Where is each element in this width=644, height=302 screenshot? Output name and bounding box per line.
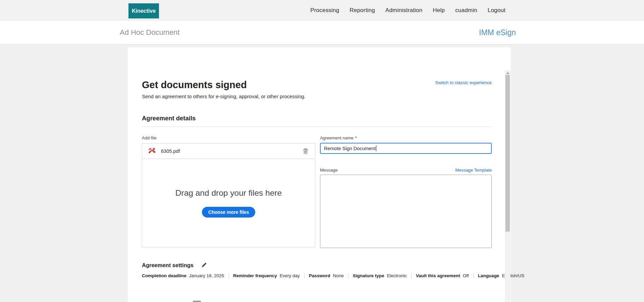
setting-label: Language bbox=[478, 273, 499, 278]
setting-item: Password None bbox=[304, 273, 344, 278]
setting-item: Completion deadline January 16, 2025 bbox=[142, 273, 224, 278]
page-title-breadcrumb: Ad Hoc Document bbox=[120, 28, 180, 37]
setting-item: Reminder frequency Every day bbox=[228, 273, 300, 278]
nav-link[interactable]: Help bbox=[433, 7, 445, 14]
page-background: Switch to classic experience Get documen… bbox=[0, 45, 644, 302]
top-bar: Kinective Processing Reporting Administr… bbox=[0, 0, 644, 21]
agreement-details-heading: Agreement details bbox=[142, 115, 492, 127]
nav-link[interactable]: Logout bbox=[488, 7, 505, 14]
nav-link[interactable]: Administration bbox=[385, 7, 423, 14]
uploaded-file-row: 6305.pdf bbox=[142, 143, 315, 159]
imm-esign-brand: IMM eSign bbox=[479, 28, 516, 37]
pdf-file-icon bbox=[148, 147, 157, 156]
agreement-name-label: Agreement name bbox=[320, 135, 354, 140]
add-file-label: Add file bbox=[142, 135, 315, 140]
required-asterisk: * bbox=[355, 135, 357, 140]
scroll-up-button[interactable] bbox=[505, 70, 511, 75]
message-label-row: Message Message Template bbox=[320, 168, 492, 173]
page-header: Ad Hoc Document IMM eSign bbox=[0, 21, 644, 45]
content-card: Switch to classic experience Get documen… bbox=[128, 47, 511, 302]
nav-link[interactable]: Processing bbox=[310, 7, 339, 14]
setting-label: Completion deadline bbox=[142, 273, 186, 278]
setting-value: Every day bbox=[280, 273, 300, 278]
agreement-settings-heading: Agreement settings bbox=[142, 262, 194, 268]
setting-item: Language English/US bbox=[473, 273, 525, 278]
agreement-settings-summary: Completion deadline January 16, 2025 Rem… bbox=[142, 273, 492, 278]
scroll-up-arrow-icon bbox=[506, 72, 509, 74]
kinective-logo[interactable]: Kinective bbox=[128, 3, 159, 18]
pencil-icon bbox=[201, 262, 207, 268]
setting-value: January 16, 2025 bbox=[189, 273, 224, 278]
content-area: Switch to classic experience Get documen… bbox=[142, 47, 492, 302]
text-cursor bbox=[376, 145, 376, 151]
setting-value: Off bbox=[463, 273, 469, 278]
agreement-name-value: Remote Sign Document bbox=[324, 146, 376, 151]
file-name: 6305.pdf bbox=[161, 148, 180, 154]
agreement-name-label-row: Agreement name * bbox=[320, 135, 492, 140]
edit-settings-button[interactable] bbox=[201, 262, 207, 268]
switch-to-classic-link[interactable]: Switch to classic experience bbox=[435, 80, 492, 85]
agreement-info-column: Agreement name * Remote Sign Document Me… bbox=[320, 135, 492, 249]
file-list: 6305.pdf bbox=[142, 143, 315, 159]
main-subtitle: Send an agreement to others for e-signin… bbox=[142, 94, 492, 99]
dropzone-text: Drag and drop your files here bbox=[175, 188, 282, 198]
vertical-scrollbar[interactable] bbox=[505, 70, 511, 302]
setting-label: Signature type bbox=[353, 273, 384, 278]
next-section-cutoff bbox=[193, 301, 201, 302]
agreement-details-columns: Add file bbox=[142, 135, 492, 249]
nav-link[interactable]: cuadmin bbox=[455, 7, 477, 14]
agreement-settings-header: Agreement settings bbox=[142, 262, 492, 268]
setting-label: Password bbox=[309, 273, 330, 278]
setting-item: Vault this agreement Off bbox=[411, 273, 469, 278]
message-label: Message bbox=[320, 168, 338, 173]
top-navigation: Processing Reporting Administration Help… bbox=[310, 0, 505, 21]
file-column: Add file bbox=[142, 135, 315, 249]
message-textarea[interactable] bbox=[320, 175, 492, 248]
setting-item: Signature type Electronic bbox=[348, 273, 407, 278]
setting-value: Electronic bbox=[387, 273, 407, 278]
setting-label: Vault this agreement bbox=[416, 273, 460, 278]
delete-file-button[interactable] bbox=[302, 147, 309, 155]
message-template-link[interactable]: Message Template bbox=[455, 168, 492, 173]
file-drop-container: 6305.pdf bbox=[142, 143, 315, 247]
setting-label: Reminder frequency bbox=[233, 273, 277, 278]
file-dropzone[interactable]: Drag and drop your files here Choose mor… bbox=[142, 159, 315, 247]
agreement-name-input[interactable]: Remote Sign Document bbox=[320, 143, 492, 154]
choose-more-files-button[interactable]: Choose more files bbox=[202, 207, 255, 218]
setting-value: None bbox=[333, 273, 343, 278]
nav-link[interactable]: Reporting bbox=[350, 7, 375, 14]
scrollbar-thumb[interactable] bbox=[505, 75, 510, 232]
